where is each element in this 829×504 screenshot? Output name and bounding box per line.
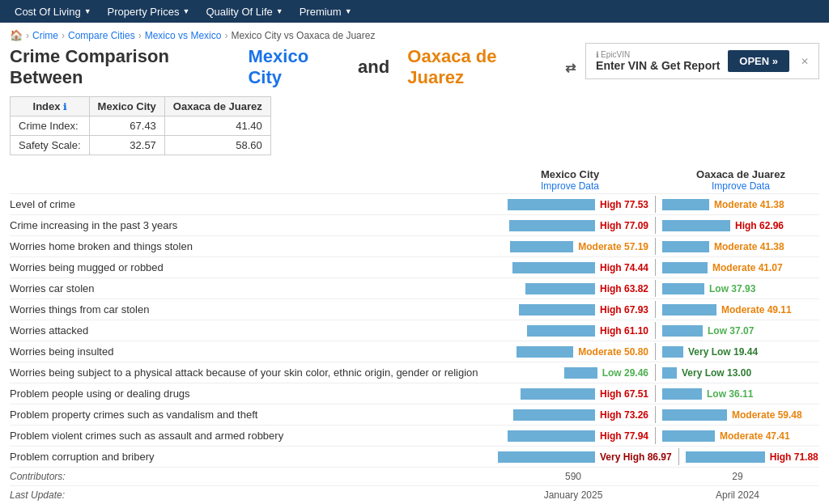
last-update-row: Last Update: January 2025 April 2024 [10,485,819,504]
table-row: Crime increasing in the past 3 years Hig… [10,214,819,235]
city1-cell: High 61.10 [491,324,655,338]
city1-bar [510,241,573,252]
city1-score: High 77.53 [600,199,648,210]
row-label: Worries being subject to a physical atta… [10,366,491,379]
city2-bar [662,409,727,421]
page-title: Crime Comparison Between Mexico City and… [10,46,576,88]
row-label: Worries home broken and things stolen [10,240,491,252]
city2-improve-data[interactable]: Improve Data [662,180,819,192]
nav-arrow-icon: ▼ [84,7,91,15]
city2-cell: Moderate 41.38 [656,197,819,212]
row-label: Problem people using or dealing drugs [10,388,491,400]
city1-improve-data[interactable]: Improve Data [491,180,648,192]
comparison-header: Mexico City Improve Data Oaxaca de Juare… [10,168,819,192]
city2-cell: Very Low 13.00 [656,366,819,380]
table-row: Worries car stolen High 63.82 Low 37.93 [10,277,819,299]
breadcrumb: 🏠 › Crime › Compare Cities › Mexico vs M… [0,23,829,43]
row-label: Problem violent crimes such as assault a… [10,430,491,442]
ad-banner: ℹ EpicVIN Enter VIN & Get Report OPEN » … [585,43,819,79]
city2-bar [662,283,704,294]
nav-premium[interactable]: Premium ▼ [291,0,360,23]
nav-cost-of-living[interactable]: Cost Of Living ▼ [6,0,100,23]
city2-score: Very Low 13.00 [682,367,751,379]
city1-cell: High 77.94 [491,429,655,443]
city1-score: Moderate 57.19 [578,241,648,252]
contributors-label: Contributors: [10,471,491,482]
city1-cell: Low 29.46 [491,366,655,380]
city1-score: Very High 86.97 [600,451,672,463]
table-row: Worries home broken and things stolen Mo… [10,235,819,256]
row-label: Worries attacked [10,324,491,337]
city1-score: High 77.94 [600,430,648,442]
city1-bar [564,367,597,379]
swap-cities-icon[interactable]: ⇄ [565,60,576,75]
city1-bar [509,220,595,231]
city2-score: Moderate 41.38 [714,199,784,210]
city1-score: Low 29.46 [602,367,648,379]
city2-score: Low 36.11 [707,388,753,400]
city2-cell: Low 36.11 [656,387,819,401]
city2-score: Very Low 19.44 [688,346,758,358]
city1-cell: High 77.53 [491,197,655,212]
city1-cell: High 67.51 [491,387,655,401]
index-info-icon[interactable]: ℹ [63,102,66,112]
city1-cell: Very High 86.97 [491,450,678,464]
city2-cell: Very Low 19.44 [656,345,819,359]
ad-info-icon: ℹ [596,50,599,59]
city1-score: Moderate 50.80 [578,346,648,358]
city2-cell: Moderate 49.11 [656,303,819,317]
city1-bar [512,262,595,273]
city2-cell: Moderate 41.38 [656,239,819,254]
table-row: Worries being insulted Moderate 50.80 Ve… [10,341,819,362]
city1-bar [521,388,595,400]
city1-bar [527,325,595,337]
home-icon: 🏠 [10,29,23,41]
city2-score: Moderate 47.41 [720,430,790,442]
city2-cell: Low 37.07 [656,324,819,338]
nav-quality-of-life[interactable]: Quality Of Life ▼ [198,0,291,23]
city2-bar [662,346,683,358]
city1-last-update: January 2025 [491,488,655,502]
ad-logo: EpicVIN [601,50,630,59]
city1-cell: High 77.09 [491,218,655,233]
city2-score: Moderate 59.48 [732,409,802,421]
nav-arrow-icon: ▼ [182,7,189,15]
table-row: Worries things from car stolen High 67.9… [10,299,819,320]
row-label: Worries things from car stolen [10,303,491,316]
city2-bar [686,451,765,463]
index-label: Crime Index: [11,116,90,136]
index-table: Index ℹ Mexico City Oaxaca de Juarez Cri… [10,96,271,155]
main-content: ℹ EpicVIN Enter VIN & Get Report OPEN » … [0,43,829,504]
breadcrumb-current: Mexico City vs Oaxaca de Juarez [231,30,375,41]
city1-bar [519,304,595,316]
row-label: Worries being mugged or robbed [10,261,491,273]
city2-score: Moderate 41.07 [712,262,783,273]
ad-close-icon[interactable]: ✕ [801,56,809,67]
index-table-row: Crime Index: 67.43 41.40 [11,116,271,136]
city1-cell: High 67.93 [491,303,655,317]
breadcrumb-crime[interactable]: Crime [32,30,58,41]
city2-score: High 62.96 [735,220,784,231]
nav-bar: Cost Of Living ▼ Property Prices ▼ Quali… [0,0,829,23]
row-label: Worries being insulted [10,345,491,358]
city1-bar [508,199,595,210]
city1-col-header: Mexico City [89,97,164,116]
index-col-header: Index ℹ [11,97,90,116]
breadcrumb-compare-cities[interactable]: Compare Cities [68,30,135,41]
row-label: Level of crime [10,198,491,210]
city2-bar [662,199,709,210]
ad-open-button[interactable]: OPEN » [728,50,789,72]
city1-contributors: 590 [491,469,655,484]
breadcrumb-mexico-vs-mexico[interactable]: Mexico vs Mexico [145,30,222,41]
city1-bar [498,451,595,463]
city2-bar [662,325,703,337]
city2-score: Moderate 49.11 [721,304,792,316]
city1-bar [525,283,595,294]
nav-property-prices[interactable]: Property Prices ▼ [100,0,198,23]
contributors-row: Contributors: 590 29 [10,467,819,485]
row-label: Worries car stolen [10,282,491,294]
city1-score: High 61.10 [600,325,648,337]
city1-score: High 67.93 [600,304,648,316]
nav-arrow-icon: ▼ [276,7,283,15]
city2-cell: Moderate 59.48 [656,408,819,422]
